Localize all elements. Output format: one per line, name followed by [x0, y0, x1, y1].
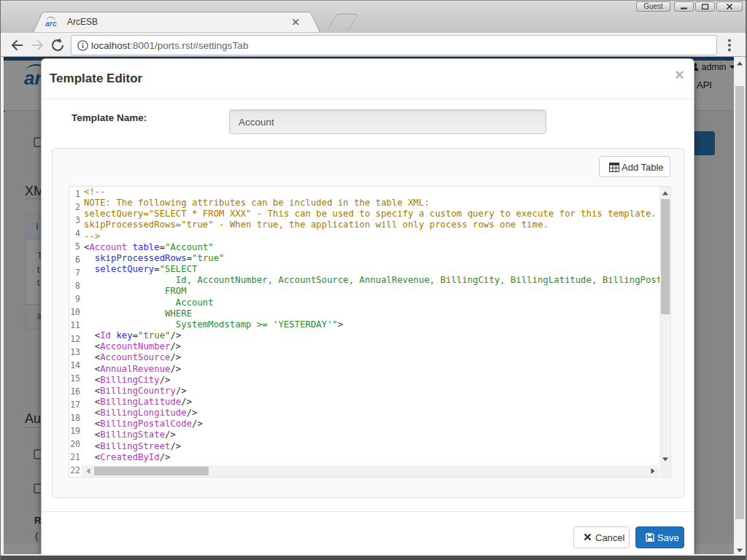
scroll-up-button[interactable] [734, 57, 745, 69]
window-minimize-button[interactable] [674, 1, 694, 12]
window-maximize-button[interactable] [695, 1, 715, 12]
code-token: BillingCity [100, 375, 159, 385]
window-close-button[interactable] [716, 1, 743, 12]
scrollbar-thumb[interactable] [94, 467, 209, 475]
code-token: BillingPostalCode [100, 419, 192, 429]
browser-window: Guest arc ArcESB localhost:8001/ports.rs… [0, 0, 747, 560]
scroll-down-button[interactable] [659, 453, 670, 465]
code-line: <!-- [84, 187, 659, 198]
code-editor[interactable]: 12345678910111213141516171819202122 <!--… [69, 186, 671, 478]
cancel-button[interactable]: Cancel [573, 526, 630, 548]
tab-close-icon[interactable] [291, 18, 301, 27]
code-token: skipProcessedRows="true" - When true, th… [84, 219, 549, 230]
code-line: <AnnualRevenue/> [84, 364, 659, 375]
back-icon[interactable] [9, 36, 26, 54]
line-number: 2 [69, 201, 80, 214]
url-text[interactable]: localhost:8001/ports.rst#settingsTab [91, 40, 248, 51]
code-token: BillingState [100, 429, 165, 440]
code-line: selectQuery="SELECT [84, 264, 659, 275]
code-token: AnnualRevenue [100, 364, 170, 374]
triangle-up-icon [662, 191, 668, 195]
profile-guest-button[interactable]: Guest [636, 1, 670, 12]
code-token [84, 264, 95, 274]
code-token: key [116, 330, 132, 341]
code-token: > [338, 319, 343, 330]
code-line: WHERE [84, 308, 659, 319]
minimize-icon [681, 4, 688, 10]
code-line: <BillingCity/> [84, 375, 659, 386]
template-name-input[interactable]: Account [229, 109, 546, 134]
code-token [84, 330, 95, 341]
code-token [84, 386, 95, 396]
tab-title: ArcESB [67, 17, 98, 27]
code-token: /> [181, 397, 192, 407]
code-token: NOTE: The following attributes can be in… [84, 198, 430, 208]
code-line: <BillingLongitude/> [84, 408, 659, 419]
code-token: SystemModstamp >= 'YESTERDAY'" [84, 319, 338, 330]
modal-close-button[interactable]: × [675, 67, 684, 82]
code-content[interactable]: <!--NOTE: The following attributes can b… [82, 187, 659, 466]
code-token: /> [160, 375, 171, 385]
code-token: FROM [84, 286, 187, 296]
code-line: skipProcessedRows="true" [84, 253, 659, 264]
url-host: localhost [91, 40, 130, 51]
add-table-button[interactable]: Add Table [599, 156, 670, 177]
code-token [84, 408, 95, 418]
code-line: <BillingPostalCode/> [84, 419, 659, 429]
page-info-icon[interactable] [77, 40, 88, 51]
maximize-icon [702, 4, 709, 10]
code-token [84, 253, 95, 263]
code-token: Id [100, 330, 111, 341]
code-line: --> [84, 231, 659, 242]
code-token: <!-- [84, 187, 106, 197]
forward-icon[interactable] [28, 36, 46, 54]
triangle-down-icon [662, 457, 668, 461]
scroll-left-button[interactable] [82, 465, 94, 477]
line-number: 8 [69, 279, 80, 292]
editor-vertical-scrollbar[interactable] [659, 187, 670, 465]
code-line: <Id key="true"/> [84, 330, 659, 341]
window-border [0, 0, 1, 560]
reload-icon[interactable] [49, 36, 66, 54]
address-bar[interactable]: localhost:8001/ports.rst#settingsTab [71, 35, 717, 55]
scroll-right-button[interactable] [646, 465, 659, 477]
line-number: 4 [69, 227, 80, 240]
code-token: BillingCountry [100, 386, 176, 396]
line-number: 1 [69, 187, 80, 201]
modal-title: Template Editor [50, 71, 142, 86]
scrollbar-thumb[interactable] [661, 199, 670, 314]
code-token: /> [176, 386, 187, 396]
code-token: "true" [192, 253, 224, 263]
table-icon [609, 163, 619, 172]
scroll-up-button[interactable] [659, 187, 670, 199]
code-token [84, 441, 95, 451]
code-line: <AccountSource/> [84, 352, 659, 363]
code-line: <BillingLatitude/> [84, 397, 659, 408]
page-scrollbar[interactable] [734, 57, 745, 556]
code-line: FROM [84, 286, 659, 297]
code-token: /> [192, 419, 203, 429]
editor-horizontal-scrollbar[interactable] [82, 465, 659, 477]
line-number: 18 [69, 411, 80, 424]
code-token: skipProcessedRows [95, 253, 187, 263]
code-token: WHERE [84, 308, 192, 319]
code-token: AccountSource [100, 352, 170, 362]
code-token: --> [84, 231, 100, 241]
code-token [84, 397, 95, 407]
triangle-right-icon [651, 468, 654, 474]
code-token: /> [160, 452, 171, 462]
scrollbar-thumb[interactable] [735, 86, 744, 519]
line-number: 14 [69, 359, 80, 372]
line-number: 9 [69, 292, 80, 306]
code-line: selectQuery="SELECT * FROM XXX" - This c… [84, 209, 659, 219]
triangle-left-icon [86, 468, 90, 474]
code-token: AccountNumber [100, 341, 170, 351]
code-line: skipProcessedRows="true" - When true, th… [84, 219, 659, 230]
code-line: SystemModstamp >= 'YESTERDAY'"> [84, 319, 659, 330]
save-button[interactable]: Save [635, 526, 684, 548]
code-line: <BillingStreet/> [84, 441, 659, 452]
code-token: /> [187, 408, 198, 418]
chrome-menu-icon[interactable] [724, 38, 735, 52]
line-number: 7 [69, 266, 80, 279]
code-token [84, 364, 95, 374]
